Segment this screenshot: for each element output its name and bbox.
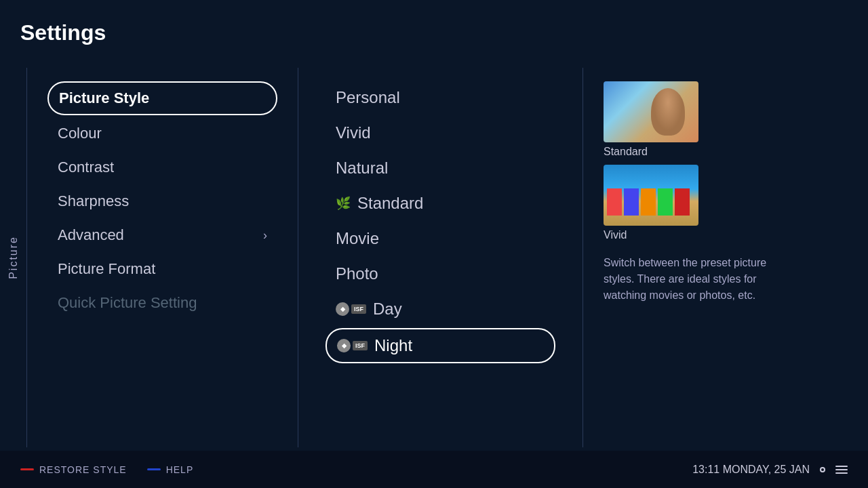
style-item-night[interactable]: ◆ ISF Night xyxy=(326,328,555,363)
menu-icon xyxy=(835,466,848,474)
vivid-preview-label: Vivid xyxy=(604,229,848,241)
isf-night-box-icon: ISF xyxy=(353,341,368,350)
style-item-photo[interactable]: Photo xyxy=(326,258,555,290)
style-list: Personal Vivid Natural 🌿 Standard Movie … xyxy=(298,68,583,447)
page-title: Settings xyxy=(20,20,106,45)
vivid-preview-image xyxy=(604,165,698,226)
standard-preview-visual xyxy=(604,81,698,142)
menu-item-contrast[interactable]: Contrast xyxy=(47,152,277,183)
left-menu: Picture Style Colour Contrast Sharpness … xyxy=(27,68,298,447)
menu-item-quick-picture-setting: Quick Picture Setting xyxy=(47,287,277,319)
chevron-right-icon: › xyxy=(263,228,267,243)
style-item-movie[interactable]: Movie xyxy=(326,222,555,255)
dot-icon xyxy=(820,467,825,472)
style-item-natural[interactable]: Natural xyxy=(326,152,555,184)
style-item-day[interactable]: ◆ ISF Day xyxy=(326,293,555,325)
menu-item-picture-format[interactable]: Picture Format xyxy=(47,253,277,285)
footer-info: 13:11 MONDAY, 25 JAN xyxy=(692,464,848,476)
right-panel: Standard Vivid Switch between the preset… xyxy=(583,68,868,447)
restore-style-button[interactable]: RESTORE STYLE xyxy=(20,464,127,475)
isf-day-badge: ◆ ISF xyxy=(336,302,366,316)
hut-3 xyxy=(641,188,656,216)
hut-1 xyxy=(607,188,622,216)
style-item-vivid[interactable]: Vivid xyxy=(326,117,555,149)
menu-item-sharpness[interactable]: Sharpness xyxy=(47,186,277,217)
footer: RESTORE STYLE HELP 13:11 MONDAY, 25 JAN xyxy=(0,451,868,488)
hut-5 xyxy=(675,188,690,216)
vertical-tab-label: Picture xyxy=(7,236,20,279)
style-description: Switch between the preset picture styles… xyxy=(604,255,793,304)
help-button[interactable]: HELP xyxy=(147,464,194,475)
vivid-preview-card: Vivid xyxy=(604,165,848,241)
blue-dash-icon xyxy=(147,468,161,470)
style-item-personal[interactable]: Personal xyxy=(326,81,555,114)
main-container: Picture Picture Style Colour Contrast Sh… xyxy=(0,68,868,447)
style-item-standard[interactable]: 🌿 Standard xyxy=(326,187,555,220)
leaf-icon: 🌿 xyxy=(336,196,351,211)
clock-display: 13:11 MONDAY, 25 JAN xyxy=(692,464,810,476)
footer-controls: RESTORE STYLE HELP xyxy=(20,464,193,475)
standard-preview-card: Standard xyxy=(604,81,848,158)
isf-night-badge: ◆ ISF xyxy=(337,339,368,352)
isf-circle-icon: ◆ xyxy=(336,302,349,316)
isf-night-circle-icon: ◆ xyxy=(337,339,351,352)
menu-item-picture-style[interactable]: Picture Style xyxy=(47,81,277,115)
standard-preview-image xyxy=(604,81,698,142)
isf-box-icon: ISF xyxy=(351,304,366,314)
menu-item-advanced[interactable]: Advanced › xyxy=(47,220,277,251)
vivid-preview-visual xyxy=(604,165,698,226)
vertical-picture-tab: Picture xyxy=(0,68,27,447)
hut-4 xyxy=(658,188,673,216)
red-dash-icon xyxy=(20,468,34,470)
menu-item-colour[interactable]: Colour xyxy=(47,118,277,149)
hut-2 xyxy=(624,188,639,216)
standard-preview-label: Standard xyxy=(604,146,848,158)
